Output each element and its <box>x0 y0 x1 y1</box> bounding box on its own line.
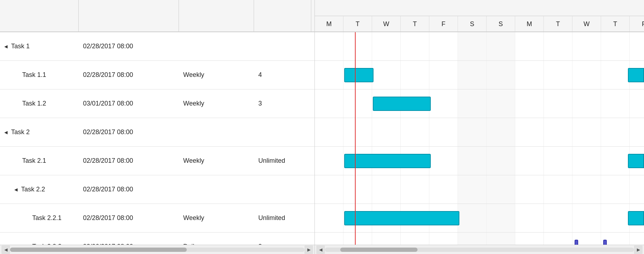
header-recurrence <box>179 0 254 31</box>
task-occurrence-cell: Unlimited <box>254 157 311 165</box>
gantt-day-cell: F <box>429 16 458 32</box>
task-start-cell: 02/28/2017 08:00 <box>79 186 179 193</box>
gantt-bg-cell <box>487 204 515 232</box>
grid-body: ◀Task 102/28/2017 08:00Task 1.102/28/201… <box>0 32 314 245</box>
collapse-icon[interactable]: ◀ <box>4 44 8 49</box>
gantt-bg-cell <box>372 175 401 204</box>
table-row[interactable]: ◀Task 102/28/2017 08:00 <box>0 32 314 61</box>
gantt-bg-cell <box>572 32 601 60</box>
gantt-bg-cell <box>458 118 487 146</box>
grid-header <box>0 0 314 32</box>
gantt-bg-cell <box>487 233 515 245</box>
gantt-bg-cell <box>515 233 544 245</box>
table-row[interactable]: ◀Task 202/28/2017 08:00 <box>0 118 314 147</box>
gantt-bg-cell <box>515 32 544 60</box>
task-recurrence-cell: Weekly <box>179 157 254 165</box>
gantt-bg-cell <box>544 118 572 146</box>
task-name-label: Task 2.2 <box>21 186 45 193</box>
task-name-cell: Task 1.1 <box>0 71 79 79</box>
gantt-scroll-right-arrow[interactable]: ▶ <box>634 245 643 254</box>
gantt-bg-cell <box>401 233 429 245</box>
gantt-bg-cell <box>429 147 458 175</box>
gantt-row <box>315 147 644 175</box>
gantt-bg-cell <box>458 233 487 245</box>
gantt-scroll-left-arrow[interactable]: ◀ <box>316 245 325 254</box>
task-occurrence-cell: 4 <box>254 71 311 79</box>
gantt-bg-cell <box>401 175 429 204</box>
gantt-day-cell: M <box>315 16 343 32</box>
gantt-row <box>315 61 644 89</box>
gantt-bg-cell <box>343 89 372 118</box>
gantt-bg-cell <box>315 89 343 118</box>
gantt-bg-cell <box>487 147 515 175</box>
table-row[interactable]: Task 2.2.102/28/2017 08:00WeeklyUnlimite… <box>0 204 314 233</box>
table-row[interactable]: Task 1.203/01/2017 08:00Weekly3 <box>0 89 314 118</box>
gantt-bg-cell <box>315 32 343 60</box>
gantt-bg-cell <box>515 204 544 232</box>
gantt-bg-cell <box>458 204 487 232</box>
left-horizontal-scrollbar[interactable]: ◀ ▶ <box>0 245 314 254</box>
scrollbar-track-left[interactable] <box>10 248 304 252</box>
task-name-cell: ◀Task 2 <box>0 128 79 136</box>
gantt-row <box>315 32 644 61</box>
gantt-bg-cell <box>315 204 343 232</box>
task-occurrence-cell: 3 <box>254 100 311 107</box>
gantt-bg-cell <box>515 61 544 89</box>
gantt-bg-cell <box>515 89 544 118</box>
gantt-bg-cell <box>429 233 458 245</box>
task-name-label: Task 1 <box>11 43 30 50</box>
gantt-bg-cell <box>487 118 515 146</box>
gantt-bg-cell <box>315 118 343 146</box>
gantt-bar <box>373 97 431 111</box>
task-recurrence-cell: Weekly <box>179 71 254 79</box>
scrollbar-track-right[interactable] <box>325 248 634 252</box>
scroll-right-arrow[interactable]: ▶ <box>304 245 313 254</box>
gantt-bg-cell <box>572 147 601 175</box>
gantt-day-cell: M <box>515 16 544 32</box>
task-start-cell: 03/01/2017 08:00 <box>79 100 179 107</box>
gantt-bg-cell <box>458 89 487 118</box>
scrollbar-thumb-right[interactable] <box>340 248 418 252</box>
gantt-bg-cell <box>315 233 343 245</box>
gantt-day-cell: F <box>630 16 644 32</box>
gantt-bg-cell <box>429 89 458 118</box>
task-name-label: Task 2.1 <box>22 157 46 165</box>
gantt-bg-cell <box>544 32 572 60</box>
header-start <box>79 0 179 31</box>
gantt-bg-cell <box>458 175 487 204</box>
task-name-cell: Task 1.2 <box>0 100 79 107</box>
gantt-bg-cell <box>544 61 572 89</box>
task-name-cell: Task 2.1 <box>0 157 79 165</box>
collapse-icon[interactable]: ◀ <box>4 130 8 135</box>
scroll-left-arrow[interactable]: ◀ <box>1 245 10 254</box>
gantt-bg-cell <box>572 204 601 232</box>
scrollbar-thumb-left[interactable] <box>10 248 187 252</box>
gantt-bg-cell <box>630 32 644 60</box>
task-occurrence-cell: Unlimited <box>254 214 311 222</box>
task-start-cell: 02/28/2017 08:00 <box>79 128 179 136</box>
task-start-cell: 02/28/2017 08:00 <box>79 214 179 222</box>
gantt-bg-cell <box>343 175 372 204</box>
table-row[interactable]: Task 2.2.203/06/2017 08:00Daily2 <box>0 233 314 245</box>
right-horizontal-scrollbar[interactable]: ◀ ▶ <box>315 245 644 254</box>
gantt-bg-cell <box>458 61 487 89</box>
gantt-bg-cell <box>601 118 630 146</box>
main-container: ◀Task 102/28/2017 08:00Task 1.102/28/201… <box>0 0 644 254</box>
gantt-header: MTWTFSSMTWTFSSMTWTFSSMT <box>315 0 644 32</box>
collapse-icon[interactable]: ◀ <box>14 187 18 192</box>
header-task <box>0 0 79 31</box>
gantt-bg-cell <box>372 233 401 245</box>
gantt-bg-cell <box>601 89 630 118</box>
task-name-cell: ◀Task 2.2 <box>0 186 79 193</box>
table-row[interactable]: ◀Task 2.202/28/2017 08:00 <box>0 175 314 204</box>
table-row[interactable]: Task 2.102/28/2017 08:00WeeklyUnlimited <box>0 147 314 175</box>
gantt-bg-cell <box>572 175 601 204</box>
table-row[interactable]: Task 1.102/28/2017 08:00Weekly4 <box>0 61 314 89</box>
task-start-cell: 02/28/2017 08:00 <box>79 157 179 165</box>
task-name-label: Task 1.2 <box>22 100 46 107</box>
task-name-cell: Task 2.2.1 <box>0 214 79 222</box>
task-grid-panel: ◀Task 102/28/2017 08:00Task 1.102/28/201… <box>0 0 315 254</box>
gantt-bg-cell <box>315 61 343 89</box>
gantt-panel: MTWTFSSMTWTFSSMTWTFSSMT ◀ ▶ <box>315 0 644 254</box>
gantt-bg-cell <box>401 61 429 89</box>
